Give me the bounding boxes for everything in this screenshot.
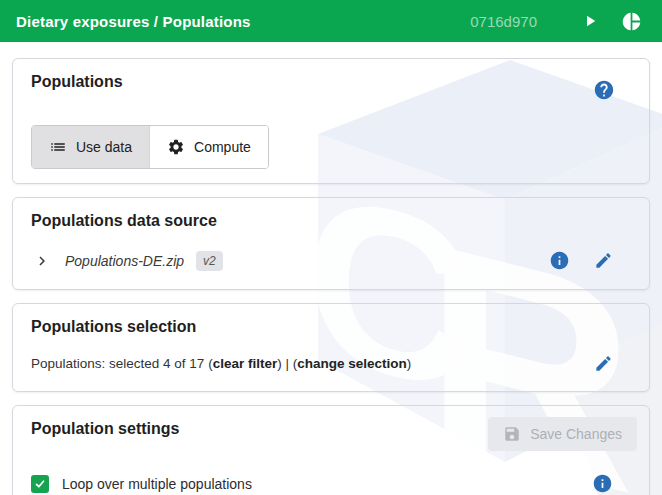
save-changes-label: Save Changes [530, 426, 622, 442]
version-badge: v2 [196, 251, 223, 271]
compute-button[interactable]: Compute [149, 126, 268, 168]
play-icon [581, 12, 599, 30]
help-button[interactable] [589, 75, 619, 105]
expand-button[interactable] [31, 250, 53, 272]
data-source-info-button[interactable] [545, 246, 574, 275]
chevron-right-icon [33, 252, 51, 270]
pie-chart-icon [621, 11, 642, 32]
card-selection-title: Populations selection [31, 318, 196, 335]
card-populations: Populations Use data [12, 58, 650, 184]
save-changes-button[interactable]: Save Changes [488, 417, 637, 451]
mode-toggle-group: Use data Compute [31, 125, 269, 169]
gear-icon [167, 138, 185, 156]
settings-info-button[interactable] [588, 469, 617, 495]
use-data-button[interactable]: Use data [32, 126, 149, 168]
paren: ) [407, 356, 412, 371]
info-icon [549, 250, 570, 271]
app-header: Dietary exposures / Populations 0716d970 [0, 0, 662, 42]
separator: ) | ( [277, 356, 297, 371]
card-data-source-title: Populations data source [31, 212, 217, 229]
data-source-edit-button[interactable] [590, 247, 617, 274]
list-icon [49, 138, 67, 156]
selection-edit-button[interactable] [590, 350, 617, 377]
loop-populations-label: Loop over multiple populations [62, 476, 252, 492]
edit-icon [594, 251, 613, 270]
breadcrumb[interactable]: Dietary exposures / Populations [16, 13, 251, 30]
help-icon [593, 79, 615, 101]
info-icon [592, 473, 613, 494]
app-root: Dietary exposures / Populations 0716d970… [0, 0, 662, 495]
checkmark-icon [33, 477, 47, 491]
data-source-file-name: Populations-DE.zip [65, 253, 184, 269]
paren: ( [204, 356, 212, 371]
clear-filter-link[interactable]: clear filter [213, 356, 278, 371]
selection-summary-prefix: Populations: selected 4 of 17 [31, 356, 204, 371]
run-button[interactable] [577, 8, 603, 34]
loop-populations-row: Loop over multiple populations [31, 469, 631, 495]
results-button[interactable] [617, 7, 646, 36]
selection-row: Populations: selected 4 of 17 (clear fil… [31, 350, 631, 377]
card-selection: Populations selection Populations: selec… [12, 303, 650, 392]
save-icon [503, 425, 521, 443]
edit-icon [594, 354, 613, 373]
main-content: Populations Use data [0, 42, 662, 495]
card-data-source: Populations data source Populations-DE.z… [12, 197, 650, 290]
card-settings: Population settings Save Changes Loop ov… [12, 405, 650, 495]
card-populations-title: Populations [31, 73, 123, 91]
data-source-row: Populations-DE.zip v2 [31, 246, 631, 275]
change-selection-link[interactable]: change selection [297, 356, 407, 371]
card-settings-title: Population settings [31, 420, 179, 438]
compute-label: Compute [194, 139, 251, 155]
use-data-label: Use data [76, 139, 132, 155]
loop-populations-checkbox[interactable] [31, 475, 49, 493]
run-id-label: 0716d970 [470, 13, 537, 30]
selection-summary: Populations: selected 4 of 17 (clear fil… [31, 356, 411, 371]
